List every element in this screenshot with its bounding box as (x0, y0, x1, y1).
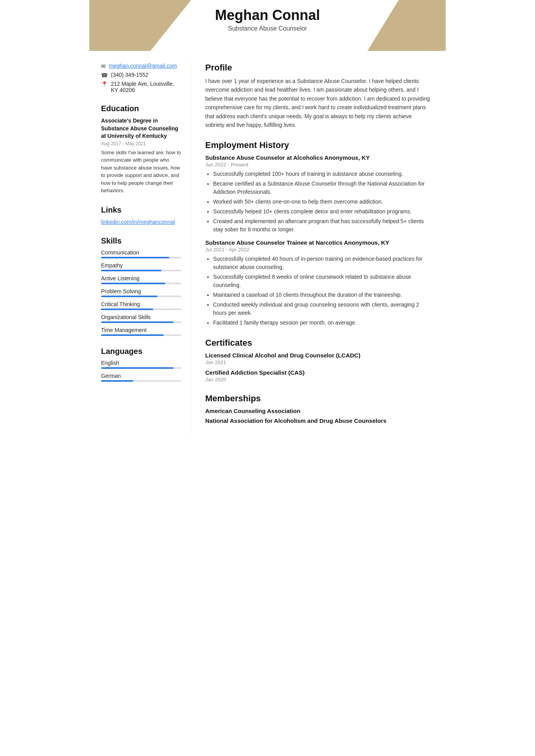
links-title: Links (101, 206, 181, 215)
education-section: Education Associate's Degree in Substanc… (101, 104, 181, 195)
sidebar: ✉ meghan.connal@gmail.com ☎ (340) 349-15… (89, 63, 191, 435)
main-layout: ✉ meghan.connal@gmail.com ☎ (340) 349-15… (89, 51, 446, 451)
linkedin-link[interactable]: linkedin.com/in/meghanconnal (101, 219, 175, 225)
language-bar-fill (101, 367, 174, 369)
skill-bar-bg (101, 270, 181, 271)
certificates-title: Certificates (205, 338, 432, 348)
job-bullet: Facilitated 1 family therapy session per… (213, 319, 432, 327)
job-bullets: Successfully completed 100+ hours of tra… (205, 170, 432, 234)
skill-name: Communication (101, 249, 181, 256)
memberships-list: American Counseling AssociationNational … (205, 408, 432, 424)
languages-section: Languages English German (101, 347, 181, 382)
membership-name: National Association for Alcoholism and … (205, 417, 432, 424)
skill-item: Communication (101, 249, 181, 258)
cert-entry: Certified Addiction Specialist (CAS) Jan… (205, 369, 432, 383)
skill-bar-fill (101, 296, 157, 297)
job-bullet: Successfully completed 8 weeks of online… (213, 273, 432, 289)
edu-degree: Associate's Degree in Substance Abuse Co… (101, 117, 181, 140)
job-bullet: Worked with 50+ clients one-on-one to he… (213, 198, 432, 206)
cert-entry: Licensed Clinical Alcohol and Drug Couns… (205, 352, 432, 365)
skill-name: Time Management (101, 327, 181, 333)
skill-item: Organizational Skills (101, 314, 181, 323)
cert-name: Licensed Clinical Alcohol and Drug Couns… (205, 352, 432, 359)
phone-number: (340) 349-1552 (111, 72, 148, 78)
job-bullet: Conducted weekly individual and group co… (213, 301, 432, 317)
header-text: Meghan Connal Substance Abuse Counselor (89, 0, 446, 32)
skill-bar-bg (101, 334, 181, 336)
job-title: Substance Abuse Counselor Trainee at Nar… (205, 239, 432, 246)
job-bullet: Maintained a caseload of 10 clients thro… (213, 291, 432, 299)
skill-name: Empathy (101, 262, 181, 269)
employment-title: Employment History (205, 140, 432, 150)
skills-section: Skills Communication Empathy Active List… (101, 236, 181, 336)
candidate-title: Substance Abuse Counselor (89, 25, 446, 32)
skill-bar-fill (101, 321, 174, 323)
skill-bar-fill (101, 309, 153, 310)
profile-section: Profile I have over 1 year of experience… (205, 63, 432, 129)
certs-list: Licensed Clinical Alcohol and Drug Couns… (205, 352, 432, 383)
email-link[interactable]: meghan.connal@gmail.com (109, 63, 177, 69)
skill-bar-bg (101, 283, 181, 284)
edu-desc: Some skills I've learned are: how to com… (101, 149, 181, 195)
memberships-section: Memberships American Counseling Associat… (205, 393, 432, 424)
skill-bar-fill (101, 283, 165, 284)
job-date: Jul 2021 - Apr 2022 (205, 247, 432, 253)
language-name: German (101, 373, 181, 379)
skill-item: Time Management (101, 327, 181, 336)
skill-bar-bg (101, 321, 181, 323)
employment-section: Employment History Substance Abuse Couns… (205, 140, 432, 327)
job-bullets: Successfully completed 40 hours of in-pe… (205, 255, 432, 327)
job-entry: Substance Abuse Counselor Trainee at Nar… (205, 239, 432, 327)
skills-title: Skills (101, 236, 181, 245)
education-title: Education (101, 104, 181, 113)
memberships-title: Memberships (205, 393, 432, 404)
job-entry: Substance Abuse Counselor at Alcoholics … (205, 154, 432, 234)
language-item: German (101, 373, 181, 382)
skill-bar-fill (101, 270, 161, 271)
phone-item: ☎ (340) 349-1552 (101, 72, 181, 78)
profile-title: Profile (205, 63, 432, 73)
job-bullet: Became certified as a Substance Abuse Co… (213, 180, 432, 196)
skills-list: Communication Empathy Active Listening P… (101, 249, 181, 336)
header: Meghan Connal Substance Abuse Counselor (89, 0, 446, 51)
job-title: Substance Abuse Counselor at Alcoholics … (205, 154, 432, 161)
language-bar-bg (101, 367, 181, 369)
address-item: 📍 212 Maple Ave, Louisville, KY 40206 (101, 81, 181, 93)
language-bar-fill (101, 380, 133, 382)
candidate-name: Meghan Connal (89, 7, 446, 23)
skill-bar-bg (101, 296, 181, 297)
skill-item: Critical Thinking (101, 301, 181, 310)
skill-name: Problem Solving (101, 288, 181, 294)
phone-icon: ☎ (101, 72, 108, 78)
cert-name: Certified Addiction Specialist (CAS) (205, 369, 432, 376)
membership-name: American Counseling Association (205, 408, 432, 414)
job-bullet: Created and implemented an aftercare pro… (213, 217, 432, 234)
skill-bar-bg (101, 257, 181, 258)
language-bar-bg (101, 380, 181, 382)
email-icon: ✉ (101, 63, 106, 69)
email-item: ✉ meghan.connal@gmail.com (101, 63, 181, 69)
location-icon: 📍 (101, 81, 108, 87)
contact-section: ✉ meghan.connal@gmail.com ☎ (340) 349-15… (101, 63, 181, 93)
job-bullet: Successfully helped 10+ clients complete… (213, 207, 432, 216)
languages-title: Languages (101, 347, 181, 356)
address-text: 212 Maple Ave, Louisville, KY 40206 (111, 81, 181, 93)
cert-date: Jan 2020 (205, 377, 432, 383)
edu-date: Aug 2017 - May 2021 (101, 141, 181, 146)
skill-name: Organizational Skills (101, 314, 181, 320)
job-bullet: Successfully completed 40 hours of in-pe… (213, 255, 432, 271)
links-section: Links linkedin.com/in/meghanconnal (101, 206, 181, 226)
skill-name: Active Listening (101, 275, 181, 281)
main-content: Profile I have over 1 year of experience… (191, 63, 446, 435)
languages-list: English German (101, 360, 181, 382)
skill-item: Active Listening (101, 275, 181, 284)
jobs-list: Substance Abuse Counselor at Alcoholics … (205, 154, 432, 327)
skill-name: Critical Thinking (101, 301, 181, 307)
skill-item: Empathy (101, 262, 181, 271)
skill-bar-fill (101, 334, 164, 336)
skill-item: Problem Solving (101, 288, 181, 297)
skill-bar-fill (101, 257, 169, 258)
cert-date: Jan 2021 (205, 359, 432, 365)
profile-text: I have over 1 year of experience as a Su… (205, 77, 432, 129)
job-date: Jun 2022 - Present (205, 162, 432, 168)
